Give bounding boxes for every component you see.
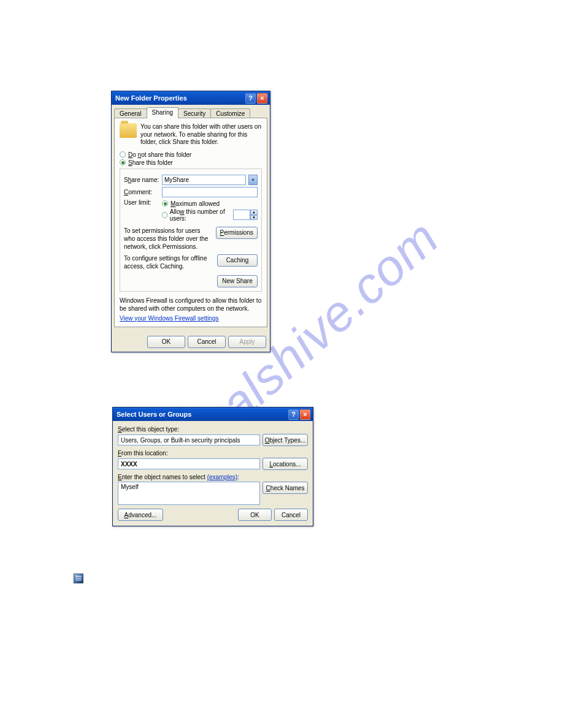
radio-do-not-share[interactable] [120,151,126,157]
radio-max-allowed-label: Maximum allowed [170,200,220,207]
spinner-up-icon[interactable]: ▲ [250,210,258,215]
new-folder-properties-dialog: New Folder Properties ? × General Sharin… [111,91,270,352]
radio-share-folder-label: Share this folder [128,159,173,166]
radio-allow-number-label: Allow this number of users: [170,208,231,222]
caching-button[interactable]: Caching [217,254,258,267]
from-location-label: From this location: [118,450,308,457]
radio-share-folder[interactable] [120,159,126,165]
dialog1-title: New Folder Properties [115,94,187,102]
info-text: You can share this folder with other use… [140,123,262,146]
dialog2-titlebar[interactable]: Select Users or Groups ? × [113,408,313,421]
sharing-tab-panel: You can share this folder with other use… [114,118,267,327]
select-users-groups-dialog: Select Users or Groups ? × Select this o… [112,407,313,526]
spinner-down-icon[interactable]: ▼ [250,215,258,221]
close-icon[interactable]: × [300,409,310,420]
comment-label: Comment: [124,189,159,195]
new-share-button[interactable]: New Share [217,275,258,287]
radio-max-allowed[interactable] [162,200,168,207]
check-names-button[interactable]: Check Names [262,482,308,494]
note-icon [74,574,83,583]
close-icon[interactable]: × [257,93,267,104]
share-name-input[interactable] [162,175,246,185]
object-type-input[interactable] [118,434,260,446]
location-input[interactable] [118,458,260,469]
radio-allow-number[interactable] [162,212,167,218]
tabstrip: General Sharing Security Customize [114,107,267,118]
apply-button[interactable]: Apply [228,336,266,348]
examples-link[interactable]: (examples) [207,474,237,480]
cancel-button[interactable]: Cancel [274,509,308,521]
permissions-button[interactable]: Permissions [216,227,258,239]
object-names-textarea[interactable] [118,482,260,505]
permissions-text: To set permissions for users who access … [124,227,212,251]
ok-button[interactable]: OK [147,336,185,348]
radio-do-not-share-label: Do not share this folder [128,151,191,158]
dialog2-title: Select Users or Groups [117,411,191,418]
comment-input[interactable] [162,187,258,197]
share-name-label: Share name: [124,176,159,183]
firewall-settings-link[interactable]: View your Windows Firewall settings [120,315,219,322]
folder-icon [120,123,137,138]
user-limit-label: User limit: [124,199,159,206]
caching-text: To configure settings for offline access… [124,254,213,270]
help-icon[interactable]: ? [288,409,299,420]
enter-names-label: Enter the object names to select (exampl… [118,474,308,480]
select-type-label: Select this object type: [118,426,308,433]
user-count-spinner[interactable]: ▲ ▼ [233,210,258,220]
share-name-dropdown-icon[interactable]: ▼ [248,175,258,185]
cancel-button[interactable]: Cancel [188,336,226,348]
object-types-button[interactable]: Object Types... [262,434,308,446]
help-icon[interactable]: ? [245,93,256,104]
locations-button[interactable]: Locations... [262,458,308,470]
advanced-button[interactable]: Advanced... [118,509,163,521]
tab-sharing[interactable]: Sharing [147,107,178,118]
firewall-text: Windows Firewall is configured to allow … [120,297,262,313]
ok-button[interactable]: OK [238,509,272,521]
dialog1-titlebar[interactable]: New Folder Properties ? × [112,91,270,105]
